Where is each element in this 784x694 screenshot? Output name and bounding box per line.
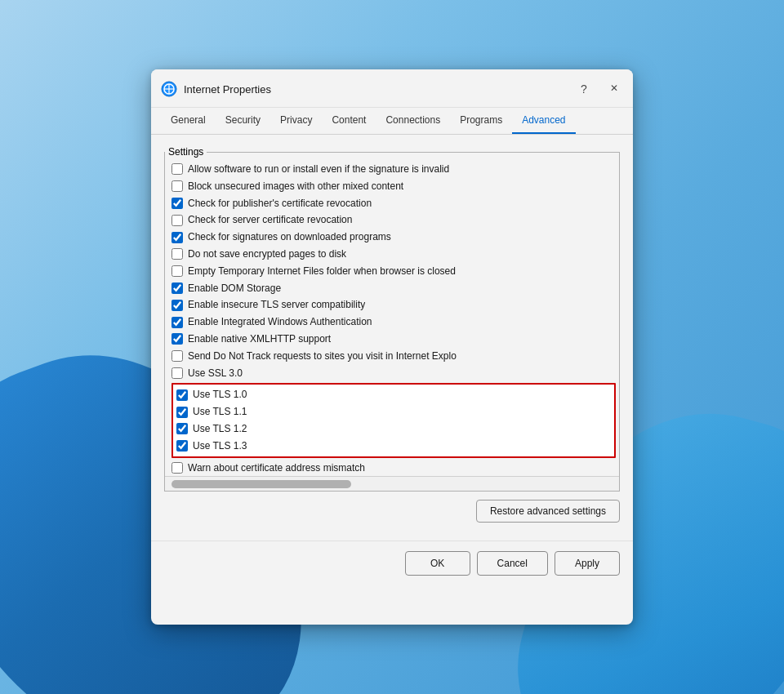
- tab-content[interactable]: Content: [322, 108, 376, 134]
- label-block-images[interactable]: Block unsecured images with other mixed …: [188, 180, 403, 194]
- setting-item-block-images: Block unsecured images with other mixed …: [172, 178, 616, 195]
- checkbox-dnt[interactable]: [172, 350, 183, 362]
- checkbox-server-revocation[interactable]: [172, 215, 183, 226]
- setting-item-ssl30: Use SSL 3.0: [172, 365, 616, 382]
- label-xmlhttp[interactable]: Enable native XMLHTTP support: [188, 332, 331, 346]
- label-tls10[interactable]: Use TLS 1.0: [193, 388, 247, 402]
- setting-item-tls10: Use TLS 1.0: [176, 386, 611, 403]
- title-bar: Internet Properties ? ✕: [151, 69, 633, 108]
- settings-group: Settings Allow software to run or instal…: [164, 146, 620, 492]
- dialog-icon: [161, 81, 177, 97]
- ok-button[interactable]: OK: [405, 551, 470, 576]
- content-area: Settings Allow software to run or instal…: [151, 135, 633, 534]
- help-button[interactable]: ?: [572, 78, 595, 100]
- setting-item-tls12: Use TLS 1.2: [176, 420, 611, 438]
- setting-item-xmlhttp: Enable native XMLHTTP support: [172, 331, 616, 348]
- internet-properties-dialog: Internet Properties ? ✕ General Security…: [151, 69, 633, 625]
- cancel-button[interactable]: Cancel: [477, 551, 548, 576]
- checkbox-cert-revocation[interactable]: [172, 198, 183, 209]
- restore-advanced-settings-button[interactable]: Restore advanced settings: [476, 500, 620, 523]
- checkbox-block-images[interactable]: [172, 180, 183, 192]
- tls-highlight-group: Use TLS 1.0 Use TLS 1.1 Use TLS 1.2 Use …: [172, 383, 616, 457]
- label-cert-mismatch[interactable]: Warn about certificate address mismatch: [188, 461, 365, 475]
- label-tls12[interactable]: Use TLS 1.2: [193, 422, 247, 436]
- checkbox-allow-software[interactable]: [172, 163, 183, 175]
- checkbox-tls12[interactable]: [176, 423, 188, 434]
- setting-item-encrypted-pages: Do not save encrypted pages to disk: [172, 246, 616, 263]
- setting-item-tls11: Use TLS 1.1: [176, 403, 611, 420]
- label-signatures[interactable]: Check for signatures on downloaded progr…: [188, 230, 391, 244]
- checkbox-tls13[interactable]: [176, 440, 188, 452]
- label-windows-auth[interactable]: Enable Integrated Windows Authentication: [188, 315, 372, 329]
- setting-item-signatures: Check for signatures on downloaded progr…: [172, 229, 616, 246]
- checkbox-empty-temp[interactable]: [172, 265, 183, 277]
- dialog-title: Internet Properties: [184, 83, 572, 96]
- setting-item-tls13: Use TLS 1.3: [176, 438, 611, 455]
- setting-item-dom-storage: Enable DOM Storage: [172, 280, 616, 297]
- checkbox-windows-auth[interactable]: [172, 317, 183, 328]
- checkbox-xmlhttp[interactable]: [172, 333, 183, 345]
- setting-item-cert-mismatch: Warn about certificate address mismatch: [172, 460, 616, 476]
- label-tls13[interactable]: Use TLS 1.3: [193, 439, 247, 453]
- tab-general[interactable]: General: [161, 108, 216, 134]
- label-allow-software[interactable]: Allow software to run or install even if…: [188, 162, 449, 176]
- tab-security[interactable]: Security: [216, 108, 270, 134]
- checkbox-cert-mismatch[interactable]: [172, 462, 183, 474]
- close-button[interactable]: ✕: [595, 75, 633, 101]
- tab-bar: General Security Privacy Content Connect…: [151, 108, 633, 135]
- label-dom-storage[interactable]: Enable DOM Storage: [188, 282, 281, 296]
- tab-connections[interactable]: Connections: [376, 108, 450, 134]
- setting-item-windows-auth: Enable Integrated Windows Authentication: [172, 314, 616, 331]
- tab-advanced[interactable]: Advanced: [512, 108, 575, 134]
- checkbox-insecure-tls[interactable]: [172, 300, 183, 311]
- setting-item-empty-temp: Empty Temporary Internet Files folder wh…: [172, 263, 616, 280]
- checkbox-dom-storage[interactable]: [172, 282, 183, 294]
- label-encrypted-pages[interactable]: Do not save encrypted pages to disk: [188, 247, 346, 261]
- tab-privacy[interactable]: Privacy: [270, 108, 322, 134]
- label-ssl30[interactable]: Use SSL 3.0: [188, 367, 243, 380]
- restore-section: Restore advanced settings: [164, 500, 620, 523]
- label-cert-revocation[interactable]: Check for publisher's certificate revoca…: [188, 197, 372, 211]
- label-insecure-tls[interactable]: Enable insecure TLS server compatibility: [188, 298, 365, 312]
- setting-item-server-revocation: Check for server certificate revocation: [172, 211, 616, 229]
- label-empty-temp[interactable]: Empty Temporary Internet Files folder wh…: [188, 265, 456, 278]
- setting-item-dnt: Send Do Not Track requests to sites you …: [172, 348, 616, 365]
- settings-scroll-area[interactable]: Allow software to run or install even if…: [165, 158, 619, 476]
- checkbox-tls11[interactable]: [176, 407, 188, 418]
- setting-item-cert-revocation: Check for publisher's certificate revoca…: [172, 195, 616, 212]
- setting-item-insecure-tls: Enable insecure TLS server compatibility: [172, 296, 616, 314]
- setting-item-allow-software: Allow software to run or install even if…: [172, 161, 616, 178]
- dialog-footer: OK Cancel Apply: [151, 541, 633, 589]
- settings-legend: Settings: [165, 146, 207, 158]
- checkbox-ssl30[interactable]: [172, 367, 183, 379]
- checkbox-tls10[interactable]: [176, 389, 188, 401]
- h-scroll-thumb[interactable]: [172, 480, 351, 488]
- horizontal-scrollbar[interactable]: [165, 476, 619, 491]
- tab-programs[interactable]: Programs: [450, 108, 512, 134]
- apply-button[interactable]: Apply: [555, 551, 620, 576]
- checkbox-encrypted-pages[interactable]: [172, 248, 183, 260]
- label-dnt[interactable]: Send Do Not Track requests to sites you …: [188, 349, 457, 363]
- label-tls11[interactable]: Use TLS 1.1: [193, 405, 247, 419]
- label-server-revocation[interactable]: Check for server certificate revocation: [188, 213, 352, 227]
- checkbox-signatures[interactable]: [172, 232, 183, 243]
